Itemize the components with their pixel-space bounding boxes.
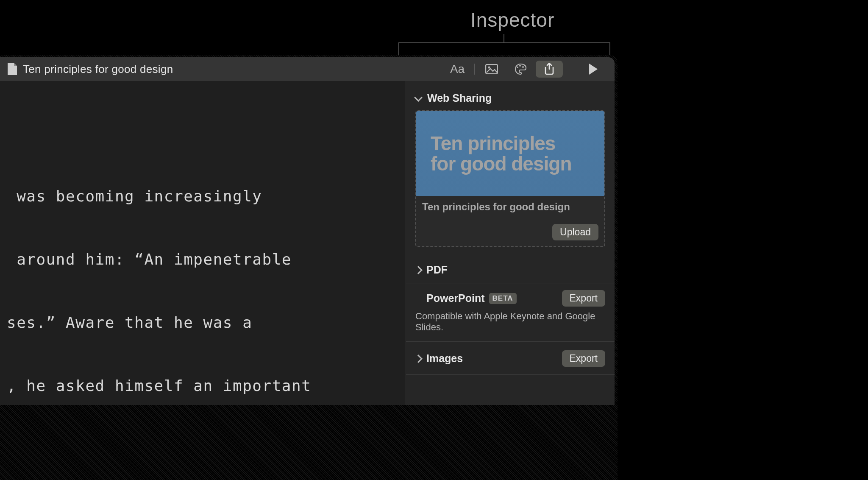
svg-point-3	[519, 65, 521, 67]
document-title: Ten principles for good design	[23, 63, 173, 76]
images-section-header[interactable]: Images Export	[415, 342, 605, 374]
play-icon	[589, 64, 598, 75]
document-icon	[8, 63, 17, 75]
powerpoint-row: PowerPoint BETA Export	[415, 284, 605, 311]
preview-title: Ten principles for good design	[431, 133, 572, 174]
images-export-button[interactable]: Export	[562, 350, 605, 367]
divider	[406, 374, 615, 375]
pdf-section-header[interactable]: PDF	[415, 255, 605, 284]
text-format-icon: Aa	[450, 62, 465, 76]
svg-point-4	[522, 66, 524, 68]
beta-badge: BETA	[489, 293, 517, 304]
chevron-down-icon	[414, 93, 423, 102]
annotation-bracket	[398, 42, 610, 55]
content-row: was becoming increasingly around him: “A…	[0, 81, 615, 405]
inspector-panel: Web Sharing Ten principles for good desi…	[406, 81, 615, 405]
theme-tab[interactable]	[507, 61, 534, 78]
share-preview-image: Ten principles for good design	[416, 111, 604, 196]
svg-point-2	[517, 67, 518, 68]
web-sharing-header[interactable]: Web Sharing	[415, 89, 605, 110]
web-sharing-title: Web Sharing	[427, 92, 492, 104]
image-icon	[485, 64, 498, 74]
app-window: Ten principles for good design Aa	[0, 57, 615, 405]
svg-point-1	[488, 66, 490, 68]
annotation-label: Inspector	[470, 8, 554, 31]
share-icon	[544, 63, 555, 75]
editor-line: around him: “An impenetrable	[0, 249, 406, 270]
editor-line: ses.” Aware that he was a	[0, 312, 406, 333]
share-preview-card: Ten principles for good design Ten princ…	[415, 110, 605, 247]
share-card-title: Ten principles for good design	[422, 201, 598, 213]
editor-line: was becoming increasingly	[0, 186, 406, 207]
annotation-stem	[504, 34, 504, 43]
editor-line: , he asked himself an important	[0, 375, 406, 396]
play-button[interactable]	[580, 61, 607, 78]
image-tab[interactable]	[478, 61, 505, 78]
share-tab[interactable]	[536, 61, 563, 78]
powerpoint-title: PowerPoint	[426, 292, 485, 304]
format-tab[interactable]: Aa	[444, 61, 471, 78]
chevron-right-icon	[414, 266, 423, 274]
palette-icon	[514, 63, 527, 75]
powerpoint-export-button[interactable]: Export	[562, 290, 605, 307]
editor-pane[interactable]: was becoming increasingly around him: “A…	[0, 81, 406, 405]
images-title: Images	[426, 352, 463, 365]
titlebar: Ten principles for good design Aa	[0, 57, 615, 81]
pdf-title: PDF	[426, 264, 448, 276]
svg-rect-0	[486, 64, 498, 74]
inspector-tab-group: Aa	[444, 61, 563, 78]
chevron-right-icon	[414, 354, 423, 363]
upload-button[interactable]: Upload	[552, 224, 598, 240]
separator	[474, 64, 475, 75]
powerpoint-subtitle: Compatible with Apple Keynote and Google…	[415, 311, 605, 341]
